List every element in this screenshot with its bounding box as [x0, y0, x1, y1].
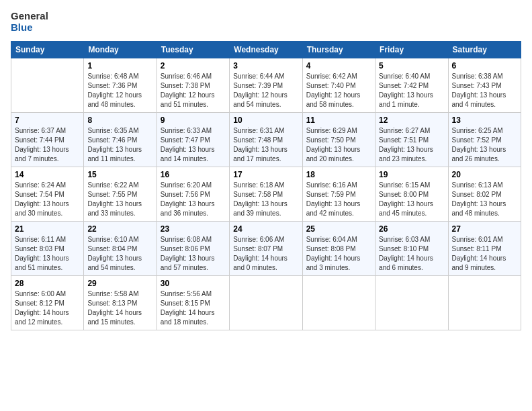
week-row-2: 7Sunrise: 6:37 AM Sunset: 7:44 PM Daylig… — [11, 113, 521, 167]
cell-1-2: 1Sunrise: 6:48 AM Sunset: 7:36 PM Daylig… — [84, 58, 157, 113]
cell-3-7: 20Sunrise: 6:13 AM Sunset: 8:02 PM Dayli… — [448, 167, 521, 222]
cell-4-3: 23Sunrise: 6:08 AM Sunset: 8:06 PM Dayli… — [157, 222, 229, 276]
day-number: 22 — [87, 224, 152, 234]
day-number: 12 — [379, 116, 444, 125]
week-row-1: 1Sunrise: 6:48 AM Sunset: 7:36 PM Daylig… — [11, 58, 521, 113]
cell-content: Sunrise: 6:24 AM Sunset: 7:54 PM Dayligh… — [15, 181, 80, 218]
cell-3-6: 19Sunrise: 6:15 AM Sunset: 8:00 PM Dayli… — [375, 167, 448, 222]
col-header-friday: Friday — [375, 42, 448, 58]
day-number: 9 — [161, 116, 226, 125]
day-number: 21 — [15, 224, 80, 234]
cell-content: Sunrise: 6:25 AM Sunset: 7:52 PM Dayligh… — [452, 126, 517, 164]
cell-4-7: 27Sunrise: 6:01 AM Sunset: 8:11 PM Dayli… — [448, 222, 521, 276]
day-number: 27 — [452, 224, 517, 234]
cell-1-3: 2Sunrise: 6:46 AM Sunset: 7:38 PM Daylig… — [157, 58, 229, 113]
cell-4-1: 21Sunrise: 6:11 AM Sunset: 8:03 PM Dayli… — [11, 222, 84, 276]
day-number: 25 — [306, 224, 371, 234]
cell-content: Sunrise: 6:35 AM Sunset: 7:46 PM Dayligh… — [87, 126, 152, 164]
cell-3-5: 18Sunrise: 6:16 AM Sunset: 7:59 PM Dayli… — [302, 167, 375, 222]
day-number: 19 — [379, 170, 444, 179]
page-header: General Blue General Blue — [11, 11, 521, 33]
col-header-wednesday: Wednesday — [230, 42, 302, 58]
cell-1-4: 3Sunrise: 6:44 AM Sunset: 7:39 PM Daylig… — [230, 58, 302, 113]
day-number: 4 — [306, 61, 371, 71]
cell-3-2: 15Sunrise: 6:22 AM Sunset: 7:55 PM Dayli… — [84, 167, 157, 222]
cell-1-7: 6Sunrise: 6:38 AM Sunset: 7:43 PM Daylig… — [448, 58, 521, 113]
cell-5-7 — [448, 276, 521, 330]
cell-content: Sunrise: 6:10 AM Sunset: 8:04 PM Dayligh… — [87, 235, 152, 273]
cell-5-2: 29Sunrise: 5:58 AM Sunset: 8:13 PM Dayli… — [84, 276, 157, 330]
logo: General Blue General Blue — [11, 11, 48, 33]
cell-content: Sunrise: 6:13 AM Sunset: 8:02 PM Dayligh… — [452, 181, 517, 218]
day-number: 29 — [87, 279, 152, 288]
cell-content: Sunrise: 6:16 AM Sunset: 7:59 PM Dayligh… — [306, 181, 371, 218]
cell-content: Sunrise: 6:46 AM Sunset: 7:38 PM Dayligh… — [161, 72, 226, 109]
cell-3-4: 17Sunrise: 6:18 AM Sunset: 7:58 PM Dayli… — [230, 167, 302, 222]
cell-content: Sunrise: 6:20 AM Sunset: 7:56 PM Dayligh… — [161, 181, 226, 218]
cell-5-4 — [230, 276, 302, 330]
col-header-tuesday: Tuesday — [157, 42, 229, 58]
cell-content: Sunrise: 5:56 AM Sunset: 8:15 PM Dayligh… — [161, 289, 226, 327]
day-number: 1 — [87, 61, 152, 71]
cell-5-5 — [302, 276, 375, 330]
day-number: 14 — [15, 170, 80, 179]
day-number: 15 — [87, 170, 152, 179]
day-number: 8 — [87, 116, 152, 125]
cell-content: Sunrise: 6:37 AM Sunset: 7:44 PM Dayligh… — [15, 126, 80, 164]
day-number: 16 — [161, 170, 226, 179]
day-number: 10 — [233, 116, 298, 125]
week-row-5: 28Sunrise: 6:00 AM Sunset: 8:12 PM Dayli… — [11, 276, 521, 330]
cell-content: Sunrise: 6:42 AM Sunset: 7:40 PM Dayligh… — [306, 72, 371, 109]
cell-4-6: 26Sunrise: 6:03 AM Sunset: 8:10 PM Dayli… — [375, 222, 448, 276]
header-row: SundayMondayTuesdayWednesdayThursdayFrid… — [11, 42, 521, 58]
logo-text-blue: Blue — [11, 22, 48, 34]
cell-2-6: 12Sunrise: 6:27 AM Sunset: 7:51 PM Dayli… — [375, 113, 448, 167]
cell-content: Sunrise: 6:03 AM Sunset: 8:10 PM Dayligh… — [379, 235, 444, 273]
cell-content: Sunrise: 6:04 AM Sunset: 8:08 PM Dayligh… — [306, 235, 371, 273]
cell-content: Sunrise: 5:58 AM Sunset: 8:13 PM Dayligh… — [87, 289, 152, 327]
cell-2-3: 9Sunrise: 6:33 AM Sunset: 7:47 PM Daylig… — [157, 113, 229, 167]
cell-5-6 — [375, 276, 448, 330]
cell-2-7: 13Sunrise: 6:25 AM Sunset: 7:52 PM Dayli… — [448, 113, 521, 167]
day-number: 7 — [15, 116, 80, 125]
cell-content: Sunrise: 6:00 AM Sunset: 8:12 PM Dayligh… — [15, 289, 80, 327]
cell-content: Sunrise: 6:06 AM Sunset: 8:07 PM Dayligh… — [233, 235, 298, 273]
week-row-3: 14Sunrise: 6:24 AM Sunset: 7:54 PM Dayli… — [11, 167, 521, 222]
cell-5-3: 30Sunrise: 5:56 AM Sunset: 8:15 PM Dayli… — [157, 276, 229, 330]
cell-2-5: 11Sunrise: 6:29 AM Sunset: 7:50 PM Dayli… — [302, 113, 375, 167]
cell-content: Sunrise: 6:31 AM Sunset: 7:48 PM Dayligh… — [233, 126, 298, 164]
col-header-monday: Monday — [84, 42, 157, 58]
col-header-thursday: Thursday — [302, 42, 375, 58]
cell-4-4: 24Sunrise: 6:06 AM Sunset: 8:07 PM Dayli… — [230, 222, 302, 276]
cell-3-1: 14Sunrise: 6:24 AM Sunset: 7:54 PM Dayli… — [11, 167, 84, 222]
cell-content: Sunrise: 6:11 AM Sunset: 8:03 PM Dayligh… — [15, 235, 80, 273]
cell-content: Sunrise: 6:48 AM Sunset: 7:36 PM Dayligh… — [87, 72, 152, 109]
day-number: 2 — [161, 61, 226, 71]
cell-3-3: 16Sunrise: 6:20 AM Sunset: 7:56 PM Dayli… — [157, 167, 229, 222]
day-number: 17 — [233, 170, 298, 179]
cell-content: Sunrise: 6:38 AM Sunset: 7:43 PM Dayligh… — [452, 72, 517, 109]
cell-2-2: 8Sunrise: 6:35 AM Sunset: 7:46 PM Daylig… — [84, 113, 157, 167]
day-number: 26 — [379, 224, 444, 234]
logo-text-general: General — [11, 11, 48, 22]
day-number: 18 — [306, 170, 371, 179]
cell-4-2: 22Sunrise: 6:10 AM Sunset: 8:04 PM Dayli… — [84, 222, 157, 276]
col-header-sunday: Sunday — [11, 42, 84, 58]
cell-content: Sunrise: 6:29 AM Sunset: 7:50 PM Dayligh… — [306, 126, 371, 164]
cell-content: Sunrise: 6:18 AM Sunset: 7:58 PM Dayligh… — [233, 181, 298, 218]
day-number: 23 — [161, 224, 226, 234]
cell-content: Sunrise: 6:40 AM Sunset: 7:42 PM Dayligh… — [379, 72, 444, 109]
cell-1-1 — [11, 58, 84, 113]
cell-1-5: 4Sunrise: 6:42 AM Sunset: 7:40 PM Daylig… — [302, 58, 375, 113]
cell-content: Sunrise: 6:08 AM Sunset: 8:06 PM Dayligh… — [161, 235, 226, 273]
cell-content: Sunrise: 6:15 AM Sunset: 8:00 PM Dayligh… — [379, 181, 444, 218]
calendar-table: SundayMondayTuesdayWednesdayThursdayFrid… — [11, 41, 521, 330]
cell-2-1: 7Sunrise: 6:37 AM Sunset: 7:44 PM Daylig… — [11, 113, 84, 167]
day-number: 20 — [452, 170, 517, 179]
cell-2-4: 10Sunrise: 6:31 AM Sunset: 7:48 PM Dayli… — [230, 113, 302, 167]
day-number: 3 — [233, 61, 298, 71]
day-number: 5 — [379, 61, 444, 71]
day-number: 28 — [15, 279, 80, 288]
day-number: 24 — [233, 224, 298, 234]
cell-content: Sunrise: 6:33 AM Sunset: 7:47 PM Dayligh… — [161, 126, 226, 164]
